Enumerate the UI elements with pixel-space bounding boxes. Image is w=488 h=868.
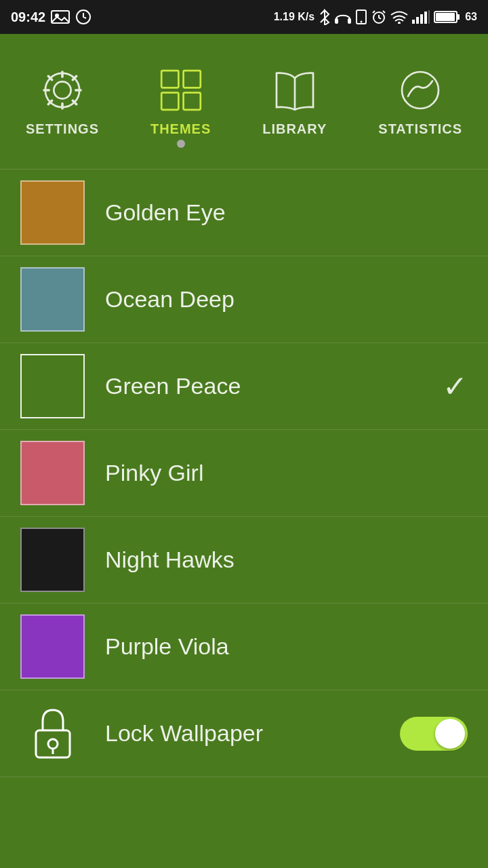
tab-settings-label: SETTINGS [26,121,99,137]
theme-item-purple-viola[interactable]: Purple Viola [0,604,488,690]
svg-point-24 [402,72,439,108]
tab-statistics-label: STATISTICS [378,121,462,137]
theme-name-ocean-deep: Ocean Deep [105,286,468,313]
theme-item-pinky-girl[interactable]: Pinky Girl [0,430,488,517]
headphone-icon [335,9,351,24]
network-speed: 1.19 K/s [274,11,314,23]
lock-icon [29,707,77,761]
alarm-icon [371,9,386,24]
svg-rect-13 [428,10,430,24]
theme-item-golden-eye[interactable]: Golden Eye [0,170,488,256]
wifi-icon [390,10,408,24]
svg-rect-12 [424,12,427,24]
svg-rect-10 [416,17,419,24]
theme-list: Golden Eye Ocean Deep Green Peace ✓ Pink… [0,170,488,777]
svg-rect-19 [161,71,178,87]
selected-checkmark: ✓ [443,369,468,403]
lock-wallpaper-row[interactable]: Lock Wallpaper [0,690,488,777]
svg-point-17 [54,81,70,98]
nav-tabs: SETTINGS THEMES LIBRARY STATISTICS [0,34,488,170]
toggle-knob [435,719,465,749]
theme-swatch-night-hawks [20,528,85,592]
image-icon [51,10,70,24]
tab-statistics[interactable]: STATISTICS [365,59,476,144]
svg-rect-16 [436,13,455,21]
theme-item-night-hawks[interactable]: Night Hawks [0,517,488,604]
gear-icon [38,66,87,115]
battery-level: 63 [465,11,477,23]
svg-point-26 [48,739,58,749]
svg-rect-15 [457,14,460,20]
theme-item-ocean-deep[interactable]: Ocean Deep [0,256,488,343]
lock-wallpaper-toggle[interactable] [400,717,468,751]
status-right: 1.19 K/s 63 [274,9,477,25]
svg-rect-4 [348,18,351,24]
bluetooth-icon [319,9,331,25]
signal-icon [412,10,430,24]
lock-icon-wrap [20,701,85,766]
tab-themes-label: THEMES [150,121,211,137]
tab-library[interactable]: LIBRARY [249,59,340,144]
tab-themes[interactable]: THEMES [137,59,224,144]
theme-name-golden-eye: Golden Eye [105,199,468,226]
theme-swatch-green-peace [20,354,85,418]
svg-rect-11 [420,14,423,24]
lock-wallpaper-label: Lock Wallpaper [105,720,380,747]
theme-name-pinky-girl: Pinky Girl [105,460,468,486]
phone-icon [355,9,367,24]
theme-swatch-purple-viola [20,614,85,679]
active-indicator [177,140,185,148]
statistics-icon [396,66,445,115]
battery-icon [434,10,461,24]
svg-rect-20 [183,71,200,87]
svg-rect-0 [52,11,69,23]
status-bar: 09:42 1.19 K/s 63 [0,0,488,34]
grid-icon [157,66,205,115]
svg-point-6 [361,21,363,23]
circle-icon [75,9,92,25]
svg-rect-3 [335,18,338,24]
svg-point-8 [398,22,401,24]
theme-swatch-ocean-deep [20,267,85,332]
status-left: 09:42 [11,9,92,25]
time: 09:42 [11,9,45,25]
svg-point-18 [45,73,79,107]
svg-rect-22 [183,93,200,110]
theme-name-purple-viola: Purple Viola [105,633,468,660]
book-icon [270,66,319,115]
svg-rect-21 [161,93,178,110]
theme-swatch-golden-eye [20,180,85,245]
theme-name-night-hawks: Night Hawks [105,547,468,573]
theme-name-green-peace: Green Peace [105,373,422,399]
tab-library-label: LIBRARY [262,121,327,137]
tab-settings[interactable]: SETTINGS [12,59,113,144]
theme-item-green-peace[interactable]: Green Peace ✓ [0,343,488,430]
theme-swatch-pinky-girl [20,441,85,505]
svg-rect-9 [412,20,415,24]
